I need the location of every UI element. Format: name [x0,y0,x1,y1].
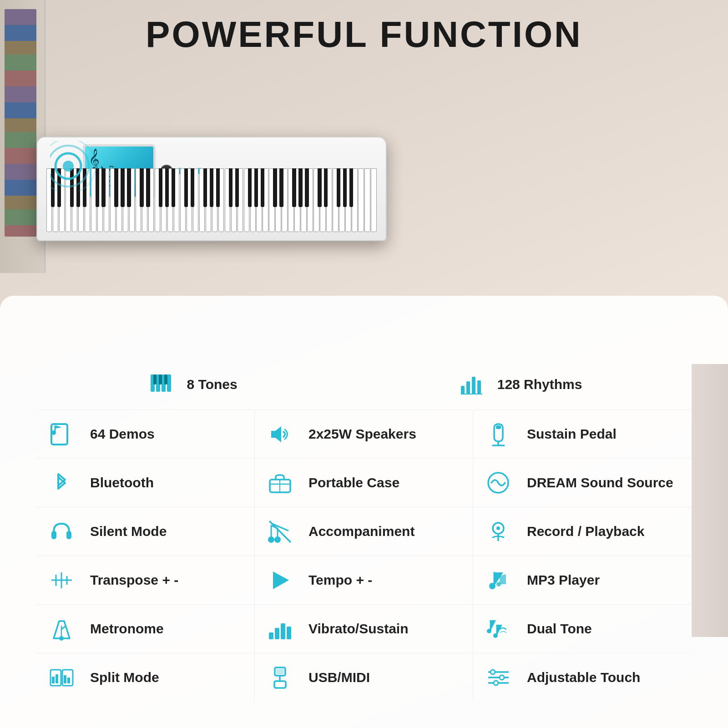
feature-case-label: Portable Case [308,475,399,491]
feature-split-label: Split Mode [90,669,159,686]
keyboard-illustration: 𝄞 ♩ ♪ ♫ [36,59,400,250]
svg-rect-31 [56,674,58,683]
feature-64demos-label: 64 Demos [90,426,155,442]
feature-touch: Adjustable Touch [473,653,692,702]
svg-rect-8 [153,374,157,384]
features-columns: 64 Demos Bluetooth [36,410,692,702]
top-features-row: 8 Tones 128 Rhythms [36,364,692,410]
speaker-icon [264,418,296,450]
mp3-icon [482,564,514,596]
usb-icon [264,662,296,693]
svg-point-72 [500,675,504,680]
svg-rect-54 [496,425,501,429]
feature-silent-label: Silent Mode [90,523,167,540]
split-icon [46,662,77,693]
vibrato-icon [264,613,296,645]
svg-point-3 [63,161,74,172]
rhythms-icon [456,369,488,400]
dual-tone-icon [482,613,514,645]
feature-metronome: Metronome [36,605,254,653]
feature-bluetooth: Bluetooth [36,459,254,507]
feature-mp3-label: MP3 Player [527,572,600,588]
feature-touch-label: Adjustable Touch [527,669,640,686]
feature-split: Split Mode [36,653,254,702]
feature-tempo-label: Tempo + - [308,572,372,588]
feature-dream-label: DREAM Sound Source [527,475,673,491]
svg-marker-44 [273,571,289,589]
feature-metronome-label: Metronome [90,621,164,637]
feature-case: Portable Case [255,459,473,507]
accompaniment-icon [264,516,296,547]
feature-pedal: Sustain Pedal [473,410,692,459]
svg-rect-14 [477,380,481,394]
svg-point-41 [274,536,281,543]
features-col-1: 64 Demos Bluetooth [36,410,255,702]
feature-silent: Silent Mode [36,507,254,556]
svg-rect-32 [64,675,66,683]
feature-record-label: Record / Playback [527,523,644,540]
record-icon [482,516,514,547]
right-wall [692,364,728,637]
svg-rect-11 [461,386,465,394]
svg-rect-33 [67,677,70,683]
svg-point-18 [51,430,56,435]
svg-point-27 [59,636,64,641]
feature-record: Record / Playback [473,507,692,556]
svg-point-39 [268,536,274,543]
feature-dream: DREAM Sound Source [473,459,692,507]
feature-tempo: Tempo + - [255,556,473,605]
case-icon [264,467,296,499]
features-col-3: Sustain Pedal DREAM Sound Source [473,410,692,702]
feature-bluetooth-label: Bluetooth [90,475,154,491]
dream-icon [482,467,514,499]
svg-point-71 [490,670,495,674]
bluetooth-icon [46,467,77,499]
white-panel: 8 Tones 128 Rhythms [0,296,728,728]
svg-rect-10 [164,374,167,384]
feature-128rhythms-label: 128 Rhythms [497,376,582,393]
metronome-icon [46,613,77,645]
svg-point-67 [493,633,498,638]
tempo-icon [264,564,296,596]
svg-rect-7 [167,374,171,392]
svg-rect-9 [159,374,162,384]
svg-rect-52 [274,681,286,688]
feature-vibrato: Vibrato/Sustain [255,605,473,653]
features-section: 8 Tones 128 Rhythms [0,346,728,728]
svg-rect-19 [51,531,56,539]
headphones-icon [46,516,77,547]
transpose-icon [46,564,77,596]
svg-rect-47 [281,623,285,639]
feature-8tones-label: 8 Tones [187,376,238,393]
feature-vibrato-label: Vibrato/Sustain [308,621,409,637]
feature-speakers: 2x25W Speakers [255,410,473,459]
feature-mp3: MP3 Player [473,556,692,605]
svg-rect-50 [276,669,284,674]
svg-rect-48 [287,627,291,639]
feature-dual-tone: Dual Tone [473,605,692,653]
music-note-icon [46,418,77,450]
svg-point-73 [494,681,498,685]
pedal-icon [482,418,514,450]
svg-point-65 [487,629,491,633]
feature-transpose-label: Transpose + - [90,572,178,588]
svg-rect-45 [269,632,273,639]
title-area: POWERFUL FUNCTION [0,14,728,56]
piano-keys-icon [146,369,178,400]
svg-rect-46 [275,628,279,639]
svg-rect-20 [66,531,71,539]
svg-point-62 [489,583,495,589]
feature-dual-tone-label: Dual Tone [527,621,592,637]
feature-accompaniment-label: Accompaniment [308,523,415,540]
sound-wave-decoration [50,141,100,193]
feature-speakers-label: 2x25W Speakers [308,426,416,442]
svg-rect-13 [472,377,475,394]
touch-icon [482,662,514,693]
feature-pedal-label: Sustain Pedal [527,426,617,442]
feature-8tones: 8 Tones [146,369,238,400]
feature-64demos: 64 Demos [36,410,254,459]
svg-rect-30 [52,677,55,683]
feature-128rhythms: 128 Rhythms [456,369,582,400]
feature-usb-label: USB/MIDI [308,669,370,686]
feature-accompaniment: Accompaniment [255,507,473,556]
